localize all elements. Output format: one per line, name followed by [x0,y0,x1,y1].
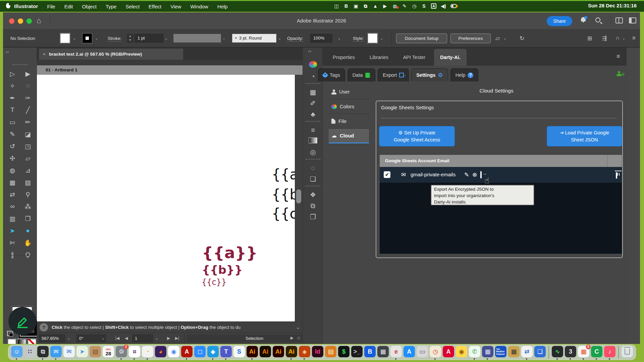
puppet-warp-tool[interactable]: ✣ [5,152,20,164]
menu-item-help[interactable]: Help [217,4,228,9]
text-wrap-icon[interactable]: ∩ [615,35,620,42]
clock-icon[interactable]: ◷ [412,3,417,9]
close-tab-icon[interactable]: × [43,52,46,57]
share-document-icon[interactable]: ↻ [520,35,524,42]
hint-collapse-chevron-icon[interactable]: ⌄ [296,322,300,333]
dock-item-launchpad[interactable]: ∷ [24,346,36,357]
fill-color-swatch[interactable] [60,33,70,43]
preferences-button[interactable]: Preferences [450,34,491,43]
subtab-data[interactable]: Data [347,68,376,81]
print-tiling-tool[interactable]: ∥ [5,249,20,261]
load-private-json-button[interactable]: ⇥ Load Private GoogleSheet JSON [547,126,622,146]
zoom-tool[interactable]: Ϙ [20,249,36,261]
appearance-icon[interactable]: ◌ [308,164,318,172]
volume-icon[interactable]: ◀) [441,3,446,9]
apple-menu-icon[interactable] [6,3,10,8]
menu-item-view[interactable]: View [170,4,181,9]
dock-item-trash[interactable] [622,346,633,357]
dock-item-edge-classic[interactable]: e [390,346,402,357]
menu-item-edit[interactable]: Edit [64,4,73,9]
dock-item-file-sync[interactable]: ⇄ [521,346,533,357]
strip-drag-handle[interactable] [306,186,320,187]
dock-item-planner-clock[interactable]: ◷ [430,346,441,357]
plugin-pencil-fab[interactable] [8,307,37,335]
trash-icon[interactable] [616,172,617,179]
curvature-tool[interactable]: ✑ [20,92,36,104]
dock-item-docs-blue[interactable]: ❏ [534,346,546,357]
controlbar-menu-icon[interactable]: ≡ [632,35,636,42]
fab-overflow-dots[interactable]: ••• [15,337,23,342]
panel-toggle-icon[interactable] [629,17,636,23]
dock-item-dock-divider-1[interactable] [548,346,549,359]
edit-pencil-icon[interactable]: ✎ [464,171,469,178]
dock-item-cyberduck[interactable]: ◉ [456,346,467,357]
pencil-tool[interactable]: ✎ [5,128,20,140]
menu-item-select[interactable]: Select [125,4,140,9]
sidebar-item-user[interactable]: User [329,84,369,99]
rotate-tool[interactable]: ↺ [5,140,20,152]
email-row[interactable]: ✔ ✉ gmail-private-emails ✎ ⊗ [380,167,622,183]
dock-item-terminal[interactable]: >_ [351,346,363,357]
status-diamond-icon[interactable]: ◇ [297,336,300,340]
selection-tool[interactable]: ▷ [5,68,20,80]
dock-item-zip-3[interactable]: 3 [565,346,576,357]
app-b-icon[interactable]: B [343,3,349,9]
gradient-panel-icon[interactable] [308,137,318,145]
opacity-field[interactable]: 100% [310,34,332,43]
shield-icon[interactable]: ▣ [353,3,359,9]
toolbox-drag-handle[interactable] [12,64,27,66]
tab-properties[interactable]: Properties [327,49,361,66]
style-label[interactable]: Style: [353,36,364,42]
stroke-label[interactable]: Stroke: [108,36,121,42]
search-icon[interactable] [595,17,600,22]
free-transform-tool[interactable]: ▱ [20,152,36,164]
menu-item-object[interactable]: Object [82,4,97,9]
dock-item-terminal-green[interactable]: $ [338,346,350,357]
dock-item-system-settings[interactable]: ⚙2 [116,346,127,357]
dock-item-app-store[interactable]: A [404,346,415,357]
menu-clock[interactable]: Sun 28 Dec 21:31:16 [588,3,637,8]
menu-item-window[interactable]: Window [190,4,208,9]
scale-tool[interactable]: ◳ [20,140,36,152]
style-swatch[interactable] [368,33,378,43]
artboard-number-field[interactable]: 1 [132,335,153,342]
zoom-chevron-icon[interactable]: ⌄ [67,336,70,341]
dock-item-remote-keypad[interactable]: ▦ [482,346,493,357]
column-graph-tool[interactable]: ▥ [5,213,20,225]
dock-item-contacts[interactable]: ▤ [90,346,101,357]
symbol-sprayer-tool[interactable]: ⁂ [20,200,36,213]
status-flyout-icon[interactable]: ▶ [290,336,293,340]
plugin-arrow-tool[interactable]: ➤ [5,225,20,237]
line-segment-tool[interactable]: ╱ [20,104,36,116]
dock-item-firefox[interactable]: ◕ [155,346,166,357]
dock-item-camtasia[interactable]: C [591,346,602,357]
eyedropper-tool[interactable]: ⚲ [20,188,36,200]
gradient-tool[interactable]: ▨ [20,176,36,188]
eraser-tool[interactable]: ◪ [20,128,36,140]
dock-item-angular[interactable]: A [443,346,454,357]
rectangle-tool[interactable]: ▭ [5,116,20,128]
network-icon[interactable]: ◍ [392,3,397,9]
sidebar-item-file[interactable]: File [329,114,369,129]
opacity-label[interactable]: Opacity: [287,36,303,42]
first-artboard-icon[interactable]: |◀ [115,336,119,341]
sidebar-item-colors[interactable]: Colors [329,99,369,114]
text-wrap-chevron-icon[interactable]: ⌄ [622,36,625,41]
arrange-icon[interactable]: ⇶ [602,35,607,42]
blend-tool[interactable]: ∞ [5,200,20,213]
dock-item-chm-viewer[interactable]: ▤ [325,346,336,357]
stroke-panel-icon[interactable]: ≡ [308,126,318,134]
strip-drag-handle[interactable] [306,121,320,122]
dock-item-chrome[interactable]: ◉ [168,346,179,357]
symbols-icon[interactable]: ♣ [308,110,318,119]
subtab-tags[interactable]: Tags [318,68,345,81]
brushes-icon[interactable]: ✐ [308,99,318,108]
strip-collapse-icon[interactable]: ‹‹ [308,49,312,54]
tab-libraries[interactable]: Libraries [364,49,394,66]
dock-item-illustrator-4[interactable]: Ai [286,346,297,357]
input-source-icon[interactable]: A [431,3,436,9]
type-tool[interactable]: T [5,104,20,116]
dock-item-mission-control[interactable]: ⧉ [37,346,49,357]
toggle-icon[interactable] [450,4,457,8]
subtab-export[interactable]: Export [378,68,409,81]
